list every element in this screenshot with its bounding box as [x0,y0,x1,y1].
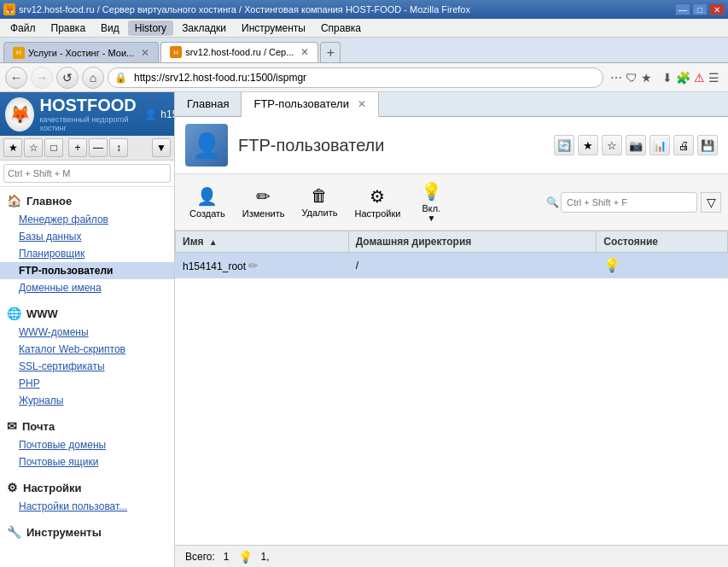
sidebar-item-domains[interactable]: Доменные имена [0,279,174,296]
minimize-button[interactable]: — [675,3,690,15]
maximize-button[interactable]: □ [692,3,708,15]
nav-section-mail-title[interactable]: ✉ Почта [0,416,174,436]
nav-section-tools-title[interactable]: 🔧 Инструменты [0,522,174,542]
tools-section-label: Инструменты [26,526,102,539]
download-icon[interactable]: ⬇ [662,71,673,85]
address-icons: ⋯ 🛡 ★ [607,71,655,85]
enable-label: Вкл. [422,203,441,213]
sidebar-item-www-domains[interactable]: WWW-домены [0,324,174,341]
fav-btn[interactable]: ☆ [602,135,622,155]
menu-tools[interactable]: Инструменты [235,20,312,36]
create-icon: 👤 [196,186,218,207]
sidebar-item-user-settings[interactable]: Настройки пользоват... [0,498,174,515]
nav-section-www-title[interactable]: 🌐 WWW [0,303,174,324]
menu-history[interactable]: History [128,20,173,36]
enable-dropdown-icon[interactable]: ▼ [427,213,435,223]
content-tab-ftp[interactable]: FTP-пользователи ✕ [242,92,378,117]
sidebar-scroll-icon[interactable]: ▼ [152,138,171,157]
sidebar-item-scheduler[interactable]: Планировщик [0,245,174,262]
nav-section-www: 🌐 WWW WWW-домены Каталог Web-скриптов SS… [0,300,174,412]
menu-view[interactable]: Вид [94,20,126,36]
sidebar-logo: 🦊 HOSTFOOD качественный недорогой хостин… [5,96,141,132]
delete-button[interactable]: 🗑 Удалить [294,183,345,221]
sidebar-item-journals[interactable]: Журналы [0,392,174,409]
sidebar-item-ftp-users[interactable]: FTP-пользователи [0,262,174,279]
content-tab-ftp-label: FTP-пользователи [253,97,348,110]
titlebar: 🦊 srv12.host-food.ru / Сервер виртуально… [0,0,728,19]
menu-edit[interactable]: Правка [44,20,93,36]
menu-open-icon[interactable]: ☰ [708,71,719,85]
warning-icon: ⚠ [694,71,705,85]
sidebar-move-btn[interactable]: ↕ [109,138,128,157]
address-input[interactable] [108,67,603,88]
sidebar-item-ssl[interactable]: SSL-сертификаты [0,358,174,375]
table-row[interactable]: h154141_root ✏ / 💡 [176,253,728,278]
sidebar-page-btn[interactable]: □ [44,138,63,157]
firefox-icon: 🦊 [3,3,15,15]
edit-button[interactable]: ✏ Изменить [235,183,293,222]
create-button[interactable]: 👤 Создать [182,183,233,222]
sidebar-add-btn[interactable]: + [68,138,87,157]
puzzle-icon[interactable]: 🧩 [676,71,690,85]
row-edit-icon[interactable]: ✏ [248,259,259,272]
refresh-btn[interactable]: 🔄 [554,135,574,155]
content-tab-ftp-close[interactable]: ✕ [358,98,366,110]
star-btn[interactable]: ★ [578,135,598,155]
enable-button[interactable]: 💡 Вкл. ▼ [410,178,452,226]
close-button[interactable]: ✕ [709,3,725,15]
toolbar-search-input[interactable] [561,192,697,213]
window-title: srv12.host-food.ru / Сервер виртуального… [19,4,470,15]
menu-help[interactable]: Справка [314,20,368,36]
print-btn[interactable]: 🖨 [673,135,694,155]
menu-bookmarks[interactable]: Закладки [175,20,233,36]
delete-icon: 🗑 [311,186,328,206]
tab2-close[interactable]: ✕ [300,46,309,58]
main-section-icon: 🏠 [7,194,21,208]
sidebar-search-input[interactable] [3,164,171,183]
shield-icon[interactable]: 🛡 [626,71,638,85]
sidebar-item-web-scripts[interactable]: Каталог Web-скриптов [0,341,174,358]
new-tab-button[interactable]: + [320,42,341,62]
sidebar-fav-btn[interactable]: ☆ [24,138,43,157]
back-button[interactable]: ← [5,67,27,89]
bookmarks-icon[interactable]: ⋯ [610,71,622,85]
status-bar-count: 1, [261,551,270,563]
content-tabs: Главная FTP-пользователи ✕ [175,92,728,117]
logo-tagline: качественный недорогой хостинг [39,115,141,132]
chart-btn[interactable]: 📊 [649,135,670,155]
status-bar: Всего: 1 💡 1, [175,545,728,567]
col-name[interactable]: Имя ▲ [176,231,349,253]
nav-section-settings-title[interactable]: ⚙ Настройки [0,477,174,498]
tab1-label: Услуги - Хостинг - Мои... [28,48,134,58]
browser-tab-1[interactable]: H Услуги - Хостинг - Мои... ✕ [3,42,159,62]
menu-file[interactable]: Файл [3,20,43,36]
cell-name: h154141_root ✏ [176,253,349,278]
star-icon[interactable]: ★ [641,71,652,85]
settings-button[interactable]: ⚙ Настройки [347,183,408,222]
col-status: Состояние [597,231,728,253]
screenshot-btn[interactable]: 📷 [626,135,646,155]
window-controls[interactable]: — □ ✕ [675,3,725,15]
home-button[interactable]: ⌂ [82,67,104,89]
sidebar-scroll-btn[interactable]: ▼ [152,138,171,157]
browser-tab-2[interactable]: H srv12.host-food.ru / Сер... ✕ [160,42,318,62]
sidebar-item-php[interactable]: PHP [0,375,174,392]
sidebar-item-mail-domains[interactable]: Почтовые домены [0,436,174,453]
page-avatar: 👤 [185,124,228,167]
lock-icon: 🔒 [114,72,127,84]
content-tab-main[interactable]: Главная [175,92,242,116]
sidebar-remove-btn[interactable]: — [89,138,108,157]
reload-button[interactable]: ↺ [56,67,79,89]
sidebar-item-mailboxes[interactable]: Почтовые ящики [0,453,174,471]
filter-button[interactable]: ▽ [701,192,721,213]
nav-section-main-title[interactable]: 🏠 Главное [0,190,174,211]
save-btn[interactable]: 💾 [697,135,718,155]
address-bar: ← → ↺ ⌂ 🔒 ⋯ 🛡 ★ ⬇ 🧩 ⚠ ☰ [0,63,728,92]
forward-button[interactable]: → [31,67,53,89]
sidebar-star-btn[interactable]: ★ [3,138,22,157]
page-title: FTP-пользователи [238,136,384,155]
sidebar-item-databases[interactable]: Базы данных [0,228,174,245]
tab1-close[interactable]: ✕ [141,47,149,59]
nav-section-settings: ⚙ Настройки Настройки пользоват... [0,474,174,518]
sidebar-item-file-manager[interactable]: Менеджер файлов [0,211,174,228]
